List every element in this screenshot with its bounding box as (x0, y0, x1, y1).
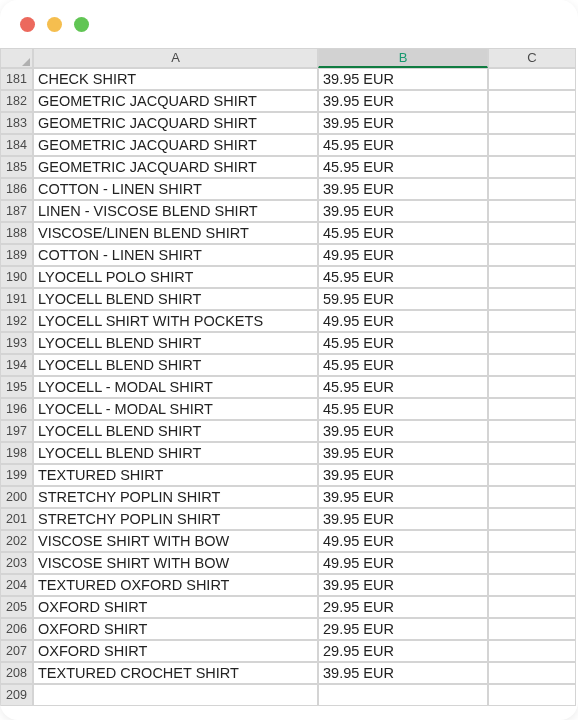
cell-c[interactable] (488, 200, 576, 222)
column-header-a[interactable]: A (33, 48, 318, 68)
cell-c[interactable] (488, 530, 576, 552)
cell-a[interactable]: GEOMETRIC JACQUARD SHIRT (33, 156, 318, 178)
cell-c[interactable] (488, 596, 576, 618)
row-header[interactable]: 183 (0, 112, 33, 134)
cell-b[interactable]: 49.95 EUR (318, 530, 488, 552)
row-header[interactable]: 188 (0, 222, 33, 244)
cell-a[interactable]: LYOCELL - MODAL SHIRT (33, 376, 318, 398)
cell-c[interactable] (488, 442, 576, 464)
cell-c[interactable] (488, 486, 576, 508)
cell-c[interactable] (488, 288, 576, 310)
cell-c[interactable] (488, 178, 576, 200)
row-header[interactable]: 190 (0, 266, 33, 288)
cell-c[interactable] (488, 244, 576, 266)
cell-c[interactable] (488, 618, 576, 640)
cell-c[interactable] (488, 574, 576, 596)
cell-a[interactable]: LYOCELL BLEND SHIRT (33, 354, 318, 376)
cell-c[interactable] (488, 332, 576, 354)
cell-b[interactable]: 45.95 EUR (318, 332, 488, 354)
row-header[interactable]: 198 (0, 442, 33, 464)
row-header[interactable]: 193 (0, 332, 33, 354)
cell-b[interactable]: 45.95 EUR (318, 354, 488, 376)
cell-a[interactable]: LYOCELL - MODAL SHIRT (33, 398, 318, 420)
row-header[interactable]: 191 (0, 288, 33, 310)
cell-a[interactable]: LYOCELL BLEND SHIRT (33, 420, 318, 442)
cell-c[interactable] (488, 662, 576, 684)
cell-c[interactable] (488, 266, 576, 288)
row-header[interactable]: 182 (0, 90, 33, 112)
cell-b[interactable]: 45.95 EUR (318, 376, 488, 398)
cell-b[interactable]: 49.95 EUR (318, 552, 488, 574)
row-header[interactable]: 203 (0, 552, 33, 574)
row-header[interactable]: 209 (0, 684, 33, 706)
zoom-icon[interactable] (74, 17, 89, 32)
cell-b[interactable]: 39.95 EUR (318, 200, 488, 222)
cell-a[interactable]: TEXTURED SHIRT (33, 464, 318, 486)
cell-c[interactable] (488, 508, 576, 530)
cell-b[interactable]: 49.95 EUR (318, 244, 488, 266)
cell-c[interactable] (488, 222, 576, 244)
cell-b[interactable]: 39.95 EUR (318, 574, 488, 596)
cell-b[interactable]: 39.95 EUR (318, 486, 488, 508)
cell-b[interactable]: 39.95 EUR (318, 68, 488, 90)
row-header[interactable]: 189 (0, 244, 33, 266)
cell-c[interactable] (488, 310, 576, 332)
cell-c[interactable] (488, 552, 576, 574)
row-header[interactable]: 206 (0, 618, 33, 640)
row-header[interactable]: 194 (0, 354, 33, 376)
cell-a[interactable]: GEOMETRIC JACQUARD SHIRT (33, 134, 318, 156)
cell-b[interactable]: 29.95 EUR (318, 640, 488, 662)
cell-b[interactable]: 49.95 EUR (318, 310, 488, 332)
cell-a[interactable]: LYOCELL POLO SHIRT (33, 266, 318, 288)
cell-c[interactable] (488, 398, 576, 420)
cell-a[interactable]: STRETCHY POPLIN SHIRT (33, 486, 318, 508)
cell-a[interactable]: GEOMETRIC JACQUARD SHIRT (33, 90, 318, 112)
row-header[interactable]: 185 (0, 156, 33, 178)
cell-c[interactable] (488, 90, 576, 112)
row-header[interactable]: 201 (0, 508, 33, 530)
cell-a[interactable]: VISCOSE SHIRT WITH BOW (33, 530, 318, 552)
cell-b[interactable]: 45.95 EUR (318, 398, 488, 420)
row-header[interactable]: 200 (0, 486, 33, 508)
cell-a[interactable]: LYOCELL BLEND SHIRT (33, 332, 318, 354)
cell-b[interactable]: 45.95 EUR (318, 134, 488, 156)
row-header[interactable]: 184 (0, 134, 33, 156)
column-header-c[interactable]: C (488, 48, 576, 68)
cell-a[interactable]: OXFORD SHIRT (33, 618, 318, 640)
row-header[interactable]: 192 (0, 310, 33, 332)
column-header-b[interactable]: B (318, 48, 488, 68)
cell-a[interactable]: OXFORD SHIRT (33, 640, 318, 662)
cell-a[interactable]: LYOCELL SHIRT WITH POCKETS (33, 310, 318, 332)
cell-a[interactable] (33, 684, 318, 706)
cell-a[interactable]: VISCOSE/LINEN BLEND SHIRT (33, 222, 318, 244)
cell-b[interactable]: 39.95 EUR (318, 90, 488, 112)
cell-a[interactable]: OXFORD SHIRT (33, 596, 318, 618)
cell-b[interactable]: 39.95 EUR (318, 112, 488, 134)
cell-c[interactable] (488, 354, 576, 376)
cell-b[interactable]: 39.95 EUR (318, 662, 488, 684)
cell-a[interactable]: VISCOSE SHIRT WITH BOW (33, 552, 318, 574)
cell-a[interactable]: CHECK SHIRT (33, 68, 318, 90)
row-header[interactable]: 205 (0, 596, 33, 618)
cell-a[interactable]: COTTON - LINEN SHIRT (33, 244, 318, 266)
cell-a[interactable]: STRETCHY POPLIN SHIRT (33, 508, 318, 530)
cell-c[interactable] (488, 684, 576, 706)
cell-c[interactable] (488, 640, 576, 662)
cell-b[interactable]: 39.95 EUR (318, 508, 488, 530)
cell-c[interactable] (488, 112, 576, 134)
cell-a[interactable]: LYOCELL BLEND SHIRT (33, 442, 318, 464)
cell-b[interactable]: 39.95 EUR (318, 442, 488, 464)
row-header[interactable]: 187 (0, 200, 33, 222)
cell-b[interactable]: 29.95 EUR (318, 596, 488, 618)
row-header[interactable]: 196 (0, 398, 33, 420)
row-header[interactable]: 195 (0, 376, 33, 398)
cell-c[interactable] (488, 134, 576, 156)
cell-b[interactable]: 39.95 EUR (318, 464, 488, 486)
cell-a[interactable]: LINEN - VISCOSE BLEND SHIRT (33, 200, 318, 222)
cell-a[interactable]: GEOMETRIC JACQUARD SHIRT (33, 112, 318, 134)
cell-b[interactable]: 29.95 EUR (318, 618, 488, 640)
cell-c[interactable] (488, 156, 576, 178)
cell-b[interactable]: 39.95 EUR (318, 178, 488, 200)
select-all-corner[interactable] (0, 48, 33, 68)
cell-b[interactable] (318, 684, 488, 706)
